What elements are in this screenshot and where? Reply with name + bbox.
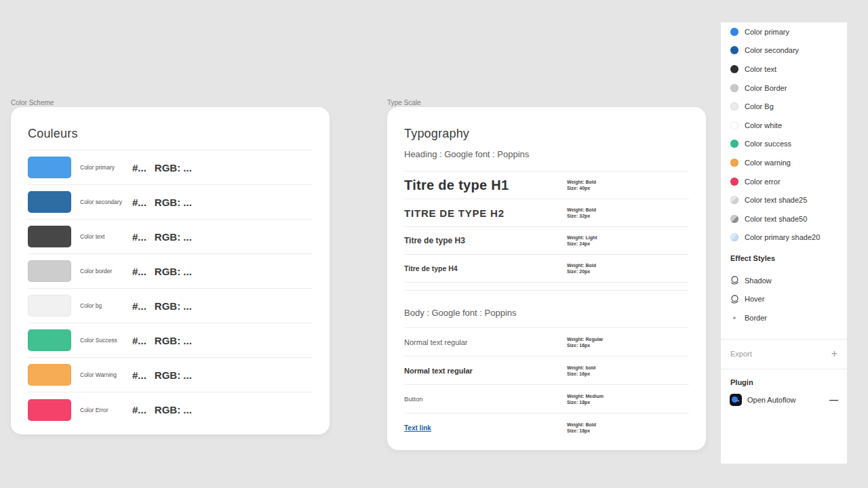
color-style-dot xyxy=(730,46,738,54)
color-style-error[interactable]: Color error xyxy=(721,172,847,191)
typography-title: Typography xyxy=(404,107,689,142)
color-row-warning: Color Warning #... RGB: ... xyxy=(28,358,313,392)
color-swatch xyxy=(28,157,71,178)
export-label: Export xyxy=(730,350,752,358)
hex-value: #... xyxy=(132,266,146,277)
color-style-dot xyxy=(730,102,738,110)
color-style-dot xyxy=(730,140,738,148)
hex-value: #... xyxy=(132,335,146,346)
color-row-label: Color primary xyxy=(80,164,132,171)
color-style-dot xyxy=(730,215,738,223)
hex-value: #... xyxy=(132,369,146,381)
color-row-text: Color text #... RGB: ... xyxy=(28,220,313,254)
h1-sample: Titre de type H1 xyxy=(404,178,509,193)
effect-styles-heading: Effect Styles xyxy=(721,251,847,266)
color-style-warning[interactable]: Color warning xyxy=(721,153,847,172)
plugin-open-autoflow[interactable]: → Open Autoflow — xyxy=(721,389,847,411)
color-row-label: Color secondary xyxy=(80,199,132,205)
body-section-label: Body : Google font : Poppins xyxy=(404,306,689,320)
button-sample: Button xyxy=(404,395,422,403)
color-style-primary-shade20[interactable]: Color primary shade20 xyxy=(721,228,847,247)
color-style-dot xyxy=(730,233,738,241)
color-row-label: Color bg xyxy=(80,302,132,309)
color-scheme-card[interactable]: Couleurs Color primary #... RGB: ... Col… xyxy=(11,107,330,434)
hex-value: #... xyxy=(132,162,146,174)
styles-panel: Color primary Color secondary Color text… xyxy=(721,22,847,464)
type-annotation: Weight: Bold Size: 32px xyxy=(567,207,596,219)
type-annotation: Weight: Medium Size: 18px xyxy=(567,393,604,405)
text-link-sample: Text link xyxy=(404,424,431,432)
type-annotation: Weight: Bold Size: 20px xyxy=(567,262,596,274)
color-style-dot xyxy=(730,121,738,129)
chevron-right-icon[interactable]: ▸ xyxy=(730,314,740,321)
effect-style-icon xyxy=(730,294,740,304)
color-style-border[interactable]: Color Border xyxy=(721,79,847,98)
color-row-error: Color Error #... RGB: ... xyxy=(28,392,313,427)
color-style-dot xyxy=(730,178,738,186)
color-row-bg: Color bg #... RGB: ... xyxy=(28,289,313,323)
rgb-value: RGB: ... xyxy=(155,197,192,208)
divider xyxy=(404,283,689,291)
h3-sample: Titre de type H3 xyxy=(404,236,465,245)
autoflow-arrow-icon: → xyxy=(734,394,741,405)
type-annotation: Weight: Bold Size: 18px xyxy=(567,422,596,434)
rgb-value: RGB: ... xyxy=(155,300,192,312)
color-style-dot xyxy=(730,28,738,36)
color-row-success: Color Success #... RGB: ... xyxy=(28,323,313,358)
color-row-label: Color border xyxy=(80,268,132,274)
color-row-label: Color Error xyxy=(80,407,132,413)
color-style-dot xyxy=(730,159,738,167)
frame-label-color-scheme[interactable]: Color Scheme xyxy=(11,99,54,106)
type-row-body-regular: Normal text regular Weight: Regular Size… xyxy=(404,328,689,357)
color-style-dot xyxy=(730,84,738,92)
rgb-value: RGB: ... xyxy=(155,369,192,381)
color-row-border: Color border #... RGB: ... xyxy=(28,254,313,289)
color-style-text-shade25[interactable]: Color text shade25 xyxy=(721,190,847,209)
color-style-dot xyxy=(730,196,738,204)
color-row-label: Color Warning xyxy=(80,371,132,378)
h2-sample: TITRE DE TYPE H2 xyxy=(404,207,505,219)
color-style-text-shade50[interactable]: Color text shade50 xyxy=(721,209,847,228)
color-style-primary[interactable]: Color primary xyxy=(721,22,847,41)
color-row-primary: Color primary #... RGB: ... xyxy=(28,150,313,185)
type-row-text-link: Text link Weight: Bold Size: 18px xyxy=(404,413,689,442)
color-style-text[interactable]: Color text xyxy=(721,60,847,79)
type-scale-card[interactable]: Typography Heading : Google font : Poppi… xyxy=(387,107,706,450)
color-swatch xyxy=(28,191,71,213)
color-swatch xyxy=(28,329,71,351)
minus-icon[interactable]: — xyxy=(829,394,838,405)
hex-value: #... xyxy=(132,404,146,415)
hex-value: #... xyxy=(132,197,146,208)
plus-icon[interactable]: + xyxy=(831,348,837,359)
color-style-dot xyxy=(730,65,738,73)
heading-section-label: Heading : Google font : Poppins xyxy=(404,148,689,161)
export-section: Export + xyxy=(721,340,847,369)
color-swatch xyxy=(28,399,71,421)
rgb-value: RGB: ... xyxy=(155,162,192,174)
color-style-success[interactable]: Color success xyxy=(721,135,847,154)
body-regular-sample: Normal text regular xyxy=(404,338,468,346)
effect-style-shadow[interactable]: Shadow xyxy=(721,271,847,290)
body-bold-sample: Normal text regular xyxy=(404,367,473,375)
hex-value: #... xyxy=(132,231,146,243)
color-row-label: Color text xyxy=(80,233,132,240)
type-annotation: Weight: Light Size: 24px xyxy=(567,235,597,247)
hex-value: #... xyxy=(132,300,146,312)
effect-style-hover[interactable]: Hover xyxy=(721,290,847,309)
color-swatch xyxy=(28,364,71,386)
frame-label-type-scale[interactable]: Type Scale xyxy=(387,99,420,106)
color-swatch xyxy=(28,260,71,282)
type-row-h3: Titre de type H3 Weight: Light Size: 24p… xyxy=(404,227,689,255)
h4-sample: Titre de type H4 xyxy=(404,264,458,272)
type-row-button: Button Weight: Medium Size: 18px xyxy=(404,385,689,413)
type-annotation: Weight: Regular Size: 16px xyxy=(567,336,604,348)
rgb-value: RGB: ... xyxy=(155,404,192,415)
color-style-secondary[interactable]: Color secondary xyxy=(721,41,847,60)
color-style-bg[interactable]: Color Bg xyxy=(721,97,847,116)
rgb-value: RGB: ... xyxy=(155,335,192,346)
couleurs-title: Couleurs xyxy=(28,107,313,142)
rgb-value: RGB: ... xyxy=(155,231,192,243)
color-style-white[interactable]: Color white xyxy=(721,116,847,135)
effect-style-border-group[interactable]: ▸ Border xyxy=(721,308,847,327)
type-row-body-bold: Normal text regular Weight: bold Size: 1… xyxy=(404,357,689,385)
